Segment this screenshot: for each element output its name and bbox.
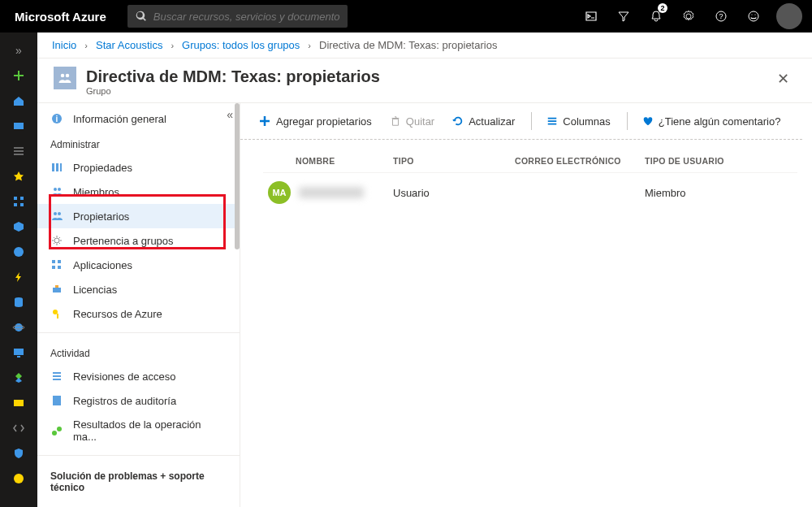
license-icon [50,283,63,296]
properties-icon [50,161,63,174]
rail-list-icon[interactable] [0,138,37,163]
svg-rect-20 [52,163,54,171]
user-avatar[interactable] [776,3,802,29]
svg-rect-3 [14,123,24,129]
table-header: NOMBRE TIPO CORREO ELECTRÓNICO TIPO DE U… [263,150,797,172]
apps-icon [50,258,63,271]
col-type[interactable]: TIPO [393,156,515,166]
key-icon [50,307,63,320]
rail-cost-icon[interactable] [0,466,37,491]
nav-label: Revisiones de acceso [73,370,175,383]
breadcrumb-link[interactable]: Inicio [52,39,76,51]
rail-create-icon[interactable] [0,63,37,88]
rail-star-icon[interactable] [0,163,37,188]
nav-section-title: Administrar [37,131,240,155]
cell-usertype: Miembro [645,187,797,199]
add-owners-button[interactable]: Agregar propietarios [250,110,380,132]
svg-point-26 [58,212,61,215]
svg-point-17 [66,74,70,78]
page-title: Directiva de MDM: Texas: propietarios [86,67,380,86]
breadcrumb-link[interactable]: Grupos: todos los grupos [182,39,300,51]
nav-applications[interactable]: Aplicaciones [37,253,240,277]
nav-label: Información general [73,113,166,125]
nav-access-reviews[interactable]: Revisiones de acceso [37,364,240,388]
notifications-icon[interactable]: 2 [640,0,672,32]
rail-planet-icon[interactable] [0,314,37,340]
azure-logo[interactable]: Microsoft Azure [0,10,121,24]
svg-point-2 [749,11,758,21]
svg-point-16 [61,74,65,78]
svg-point-15 [14,474,24,483]
breadcrumb-current: Directiva de MDM: Texas: propietarios [319,39,497,51]
nav-label: Aplicaciones [73,259,132,271]
refresh-icon [452,115,464,127]
page-subtitle: Grupo [86,86,380,96]
svg-rect-35 [57,314,58,318]
svg-rect-32 [53,288,61,292]
heart-icon [642,115,654,127]
rail-monitor-icon[interactable] [0,340,37,365]
rail-sql-icon[interactable] [0,289,37,314]
search-box[interactable] [127,5,348,28]
svg-point-23 [54,188,57,191]
svg-rect-4 [14,197,17,200]
svg-point-24 [58,188,61,191]
close-icon[interactable]: ✕ [771,67,796,91]
blade-header: Directiva de MDM: Texas: propietarios Gr… [37,58,812,102]
collapse-nav-icon[interactable]: « [227,108,233,121]
nav-label: Resultados de la operación ma... [73,418,227,443]
search-input[interactable] [153,11,340,23]
svg-point-37 [52,431,57,436]
rail-bolt-icon[interactable] [0,264,37,289]
columns-icon [546,115,558,127]
feedback-button[interactable]: ¿Tiene algún comentario? [634,110,789,132]
rail-code-icon[interactable] [0,415,37,440]
col-email[interactable]: CORREO ELECTRÓNICO [515,156,645,166]
rail-card-icon[interactable] [0,390,37,415]
breadcrumb-link[interactable]: Star Acoustics [96,39,162,51]
nav-group-memberships[interactable]: Pertenencia a grupos [37,228,240,253]
nav-label: Propiedades [73,162,132,174]
svg-rect-31 [58,266,61,269]
svg-point-27 [54,238,59,243]
rail-globe-icon[interactable] [0,239,37,264]
rail-cube-icon[interactable] [0,214,37,239]
avatar-initials: MA [268,181,291,204]
col-name[interactable]: NOMBRE [263,156,393,166]
nav-label: Licencias [73,284,117,296]
nav-audit-logs[interactable]: Registros de auditoría [37,388,240,413]
cloud-shell-icon[interactable] [575,0,607,32]
cmd-label: Actualizar [469,115,515,128]
col-usertype[interactable]: TIPO DE USUARIO [645,156,797,166]
nav-owners[interactable]: Propietarios [37,204,240,228]
gear-icon[interactable] [672,0,705,32]
plus-icon [258,115,271,128]
nav-azure-resources[interactable]: Recursos de Azure [37,301,240,326]
cmd-label: ¿Tiene algún comentario? [659,115,781,128]
nav-properties[interactable]: Propiedades [37,155,240,180]
svg-rect-14 [14,400,24,406]
scrollbar-thumb[interactable] [235,103,240,249]
rail-expand-icon[interactable]: » [0,37,37,63]
filter-icon[interactable] [607,0,640,32]
smile-icon[interactable] [737,0,770,32]
main-pane: Agregar propietarios Quitar Actualizar C… [240,103,812,507]
rail-home-icon[interactable] [0,88,37,113]
refresh-button[interactable]: Actualizar [444,110,523,132]
group-icon [54,67,76,89]
rail-advisor-icon[interactable] [0,365,37,390]
nav-label: Miembros [73,186,119,198]
rail-dashboard-icon[interactable] [0,113,37,138]
nav-overview[interactable]: i Información general [37,106,240,131]
help-icon[interactable]: ? [705,0,737,32]
table-row[interactable]: MA Usuario Miembro [263,172,797,212]
nav-licenses[interactable]: Licencias [37,277,240,301]
svg-rect-13 [17,356,20,358]
rail-shield-icon[interactable] [0,440,37,466]
nav-bulk-results[interactable]: Resultados de la operación ma... [37,413,240,448]
trash-icon [390,115,401,127]
columns-button[interactable]: Columnas [538,110,619,132]
rail-grid-icon[interactable] [0,188,37,214]
svg-point-38 [57,427,62,431]
nav-members[interactable]: Miembros [37,180,240,204]
